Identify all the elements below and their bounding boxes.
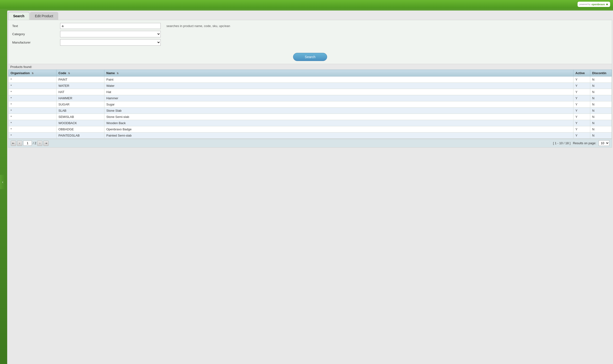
cell-org-2: * <box>9 89 56 95</box>
cell-name-4: Sugar <box>104 101 573 108</box>
col-header-code[interactable]: Code ⇅ <box>56 70 104 77</box>
cell-name-1: Water <box>104 83 573 89</box>
last-page-button[interactable]: ⇥ <box>43 141 49 146</box>
cell-active-3: Y <box>573 95 590 101</box>
cell-code-1: WATER <box>56 83 104 89</box>
brand-icon: ● <box>606 2 608 6</box>
cell-org-1: * <box>9 83 56 89</box>
cell-name-0: Paint <box>104 77 573 83</box>
first-page-button[interactable]: ⇤ <box>11 141 16 146</box>
text-hint: searches in product name, code, sku, upc… <box>167 24 230 28</box>
openbravo-logo: powered by openbravo ● <box>578 2 610 7</box>
cell-code-4: SUGAR <box>56 101 104 108</box>
category-label: Category <box>12 32 60 36</box>
sidebar-collapse-button[interactable]: ‹ <box>0 175 5 189</box>
category-select[interactable] <box>60 31 161 37</box>
cell-active-2: Y <box>573 89 590 95</box>
results-per-page-select[interactable]: 10 25 50 <box>599 140 609 146</box>
cell-discontin-7: N <box>590 120 612 126</box>
cell-active-7: Y <box>573 120 590 126</box>
cell-name-6: Stone Semi-slab <box>104 114 573 120</box>
brand-name: openbravo <box>591 3 605 6</box>
cell-code-8: OBBADGE <box>56 126 104 132</box>
table-row[interactable]: * SEMISLAB Stone Semi-slab Y N <box>9 114 612 120</box>
tab-search[interactable]: Search <box>8 12 29 20</box>
table-row[interactable]: * WATER Water Y N <box>9 83 612 89</box>
cell-discontin-8: N <box>590 126 612 132</box>
table-row[interactable]: * HAMMER Hammer Y N <box>9 95 612 101</box>
cell-active-5: Y <box>573 108 590 114</box>
cell-name-5: Stone Slab <box>104 108 573 114</box>
search-button[interactable]: Search <box>293 53 327 61</box>
table-row[interactable]: * OBBADGE Openbravo Badge Y N <box>9 126 612 132</box>
col-header-organisation[interactable]: Organisation ⇅ <box>9 70 56 77</box>
sort-arrows-name: ⇅ <box>117 72 119 75</box>
pagination-bar: ⇤ ‹ / 2 › ⇥ [ 1 - 10 / 18 ] Results on p… <box>8 139 612 147</box>
results-range: [ 1 - 10 / 18 ] <box>553 141 570 145</box>
cell-active-1: Y <box>573 83 590 89</box>
products-found-label: Products found: <box>8 64 612 70</box>
col-label-discontin: Discontin <box>592 71 606 75</box>
col-label-name: Name <box>106 71 115 75</box>
col-header-active[interactable]: Active <box>573 70 590 77</box>
search-button-row: Search <box>8 51 612 64</box>
cell-code-5: SLAB <box>56 108 104 114</box>
cell-org-9: * <box>9 132 56 139</box>
cell-name-3: Hammer <box>104 95 573 101</box>
manufacturer-label: Manufacturer <box>12 41 60 44</box>
cell-name-9: Painted Semi-slab <box>104 132 573 139</box>
cell-code-2: HAT <box>56 89 104 95</box>
pagination-left: ⇤ ‹ / 2 › ⇥ <box>11 141 49 146</box>
cell-org-4: * <box>9 101 56 108</box>
cell-code-6: SEMISLAB <box>56 114 104 120</box>
pagination-right: [ 1 - 10 / 18 ] Results on page: 10 25 5… <box>553 140 609 146</box>
table-row[interactable]: * WOODBACK Wooden Back Y N <box>9 120 612 126</box>
cell-name-7: Wooden Back <box>104 120 573 126</box>
cell-org-8: * <box>9 126 56 132</box>
table-row[interactable]: * SLAB Stone Slab Y N <box>9 108 612 114</box>
page-number-input[interactable] <box>23 141 32 146</box>
cell-org-7: * <box>9 120 56 126</box>
manufacturer-row: Manufacturer <box>12 39 608 46</box>
cell-discontin-4: N <box>590 101 612 108</box>
cell-code-7: WOODBACK <box>56 120 104 126</box>
table-row[interactable]: * PAINT Paint Y N <box>9 77 612 83</box>
col-header-discontin[interactable]: Discontin <box>590 70 612 77</box>
prev-page-button[interactable]: ‹ <box>17 141 22 146</box>
cell-active-9: Y <box>573 132 590 139</box>
cell-org-5: * <box>9 108 56 114</box>
table-row[interactable]: * HAT Hat Y N <box>9 89 612 95</box>
tab-edit-product[interactable]: Edit Product <box>30 12 58 20</box>
table-row[interactable]: * PAINTEDSLAB Painted Semi-slab Y N <box>9 132 612 139</box>
cell-active-8: Y <box>573 126 590 132</box>
col-label-organisation: Organisation <box>11 71 30 75</box>
search-form: Text searches in product name, code, sku… <box>8 20 612 51</box>
col-header-name[interactable]: Name ⇅ <box>104 70 573 77</box>
cell-discontin-6: N <box>590 114 612 120</box>
cell-name-8: Openbravo Badge <box>104 126 573 132</box>
page-of-text: / 2 <box>33 141 36 145</box>
powered-by-text: powered by <box>580 3 591 5</box>
manufacturer-select[interactable] <box>60 39 161 46</box>
table-row[interactable]: * SUGAR Sugar Y N <box>9 101 612 108</box>
main-content: Search Edit Product Text searches in pro… <box>7 11 613 364</box>
cell-active-6: Y <box>573 114 590 120</box>
cell-active-0: Y <box>573 77 590 83</box>
cell-active-4: Y <box>573 101 590 108</box>
cell-org-0: * <box>9 77 56 83</box>
cell-discontin-1: N <box>590 83 612 89</box>
sort-arrows-code: ⇅ <box>68 72 70 75</box>
cell-discontin-2: N <box>590 89 612 95</box>
col-label-code: Code <box>58 71 66 75</box>
cell-org-6: * <box>9 114 56 120</box>
cell-discontin-0: N <box>590 77 612 83</box>
text-input[interactable] <box>60 23 161 29</box>
text-label: Text <box>12 24 60 28</box>
cell-discontin-9: N <box>590 132 612 139</box>
col-label-active: Active <box>575 71 585 75</box>
next-page-button[interactable]: › <box>37 141 42 146</box>
sort-arrows-organisation: ⇅ <box>32 72 33 75</box>
cell-org-3: * <box>9 95 56 101</box>
results-per-page-label: Results on page: <box>573 141 596 145</box>
category-row: Category <box>12 31 608 37</box>
